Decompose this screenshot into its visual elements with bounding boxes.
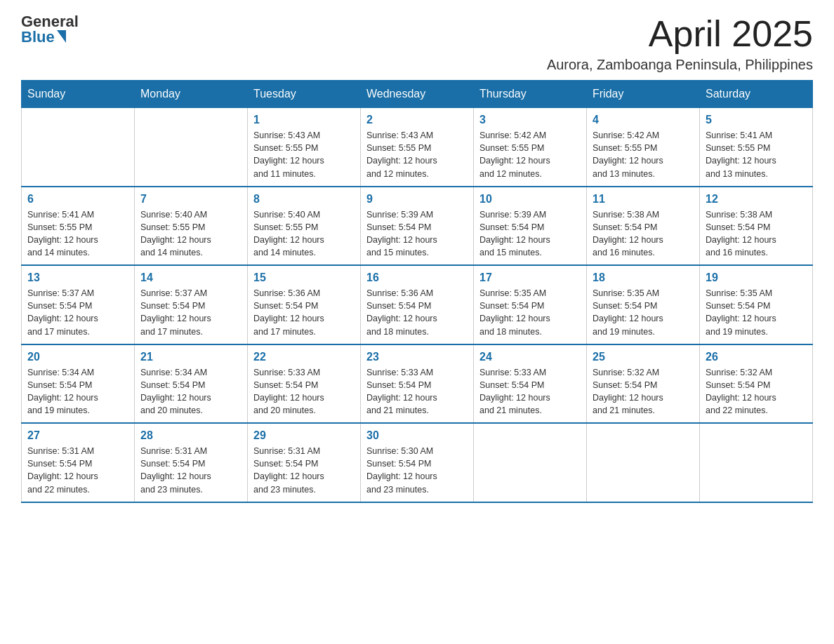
calendar-cell: 4Sunrise: 5:42 AMSunset: 5:55 PMDaylight… bbox=[587, 108, 700, 187]
calendar-cell bbox=[135, 108, 248, 187]
calendar-cell: 21Sunrise: 5:34 AMSunset: 5:54 PMDayligh… bbox=[135, 344, 248, 424]
calendar-cell: 12Sunrise: 5:38 AMSunset: 5:54 PMDayligh… bbox=[700, 187, 813, 266]
logo-blue: Blue bbox=[21, 29, 55, 45]
logo-triangle-icon bbox=[57, 30, 66, 43]
day-info: Sunrise: 5:35 AMSunset: 5:54 PMDaylight:… bbox=[593, 287, 694, 338]
day-info: Sunrise: 5:40 AMSunset: 5:55 PMDaylight:… bbox=[140, 208, 241, 260]
day-info: Sunrise: 5:41 AMSunset: 5:55 PMDaylight:… bbox=[27, 208, 128, 260]
day-info: Sunrise: 5:43 AMSunset: 5:55 PMDaylight:… bbox=[366, 129, 468, 180]
calendar-header-monday: Monday bbox=[135, 81, 248, 108]
day-info: Sunrise: 5:34 AMSunset: 5:54 PMDaylight:… bbox=[140, 366, 241, 417]
day-number: 1 bbox=[253, 114, 355, 126]
calendar-cell bbox=[587, 423, 700, 502]
logo: General Blue bbox=[21, 14, 79, 45]
day-number: 14 bbox=[140, 271, 241, 284]
day-info: Sunrise: 5:35 AMSunset: 5:54 PMDaylight:… bbox=[706, 287, 807, 338]
calendar-cell: 1Sunrise: 5:43 AMSunset: 5:55 PMDaylight… bbox=[248, 108, 361, 187]
title-section: April 2025 Aurora, Zamboanga Peninsula, … bbox=[547, 14, 813, 73]
day-number: 18 bbox=[593, 271, 694, 284]
day-number: 10 bbox=[479, 193, 581, 206]
day-info: Sunrise: 5:36 AMSunset: 5:54 PMDaylight:… bbox=[366, 287, 468, 338]
day-number: 19 bbox=[706, 271, 807, 284]
calendar-cell bbox=[474, 423, 587, 502]
calendar-header-thursday: Thursday bbox=[474, 81, 587, 108]
calendar-week-row: 1Sunrise: 5:43 AMSunset: 5:55 PMDaylight… bbox=[22, 108, 813, 187]
day-info: Sunrise: 5:36 AMSunset: 5:54 PMDaylight:… bbox=[253, 287, 355, 338]
calendar-header-wednesday: Wednesday bbox=[361, 81, 474, 108]
calendar-week-row: 27Sunrise: 5:31 AMSunset: 5:54 PMDayligh… bbox=[22, 423, 813, 502]
day-info: Sunrise: 5:31 AMSunset: 5:54 PMDaylight:… bbox=[253, 445, 355, 496]
day-info: Sunrise: 5:34 AMSunset: 5:54 PMDaylight:… bbox=[27, 366, 128, 417]
day-info: Sunrise: 5:31 AMSunset: 5:54 PMDaylight:… bbox=[140, 445, 241, 496]
day-number: 21 bbox=[140, 351, 241, 363]
calendar-cell: 24Sunrise: 5:33 AMSunset: 5:54 PMDayligh… bbox=[474, 344, 587, 424]
calendar-cell: 10Sunrise: 5:39 AMSunset: 5:54 PMDayligh… bbox=[474, 187, 587, 266]
calendar-cell: 15Sunrise: 5:36 AMSunset: 5:54 PMDayligh… bbox=[248, 265, 361, 344]
calendar-cell: 26Sunrise: 5:32 AMSunset: 5:54 PMDayligh… bbox=[700, 344, 813, 424]
calendar-header-sunday: Sunday bbox=[22, 81, 135, 108]
day-number: 3 bbox=[479, 114, 581, 126]
day-number: 28 bbox=[140, 429, 241, 442]
calendar-header-saturday: Saturday bbox=[700, 81, 813, 108]
day-number: 16 bbox=[366, 271, 468, 284]
calendar-cell: 28Sunrise: 5:31 AMSunset: 5:54 PMDayligh… bbox=[135, 423, 248, 502]
month-year-title: April 2025 bbox=[547, 14, 813, 54]
calendar-week-row: 20Sunrise: 5:34 AMSunset: 5:54 PMDayligh… bbox=[22, 344, 813, 424]
calendar-cell: 20Sunrise: 5:34 AMSunset: 5:54 PMDayligh… bbox=[22, 344, 135, 424]
day-number: 23 bbox=[366, 351, 468, 363]
day-number: 5 bbox=[706, 114, 807, 126]
calendar-cell: 3Sunrise: 5:42 AMSunset: 5:55 PMDaylight… bbox=[474, 108, 587, 187]
calendar-cell: 18Sunrise: 5:35 AMSunset: 5:54 PMDayligh… bbox=[587, 265, 700, 344]
day-info: Sunrise: 5:41 AMSunset: 5:55 PMDaylight:… bbox=[706, 129, 807, 180]
day-info: Sunrise: 5:43 AMSunset: 5:55 PMDaylight:… bbox=[253, 129, 355, 180]
location-subtitle: Aurora, Zamboanga Peninsula, Philippines bbox=[547, 57, 813, 73]
day-info: Sunrise: 5:40 AMSunset: 5:55 PMDaylight:… bbox=[253, 208, 355, 260]
day-info: Sunrise: 5:33 AMSunset: 5:54 PMDaylight:… bbox=[366, 366, 468, 417]
day-number: 2 bbox=[366, 114, 468, 126]
calendar-week-row: 6Sunrise: 5:41 AMSunset: 5:55 PMDaylight… bbox=[22, 187, 813, 266]
day-info: Sunrise: 5:33 AMSunset: 5:54 PMDaylight:… bbox=[479, 366, 581, 417]
day-number: 17 bbox=[479, 271, 581, 284]
calendar-table: SundayMondayTuesdayWednesdayThursdayFrid… bbox=[21, 80, 813, 503]
day-number: 30 bbox=[366, 429, 468, 442]
calendar-cell: 13Sunrise: 5:37 AMSunset: 5:54 PMDayligh… bbox=[22, 265, 135, 344]
calendar-cell: 8Sunrise: 5:40 AMSunset: 5:55 PMDaylight… bbox=[248, 187, 361, 266]
day-number: 27 bbox=[27, 429, 128, 442]
page-header: General Blue April 2025 Aurora, Zamboang… bbox=[21, 14, 813, 73]
day-number: 24 bbox=[479, 351, 581, 363]
day-info: Sunrise: 5:39 AMSunset: 5:54 PMDaylight:… bbox=[479, 208, 581, 260]
day-number: 13 bbox=[27, 271, 128, 284]
day-number: 15 bbox=[253, 271, 355, 284]
day-number: 25 bbox=[593, 351, 694, 363]
day-info: Sunrise: 5:37 AMSunset: 5:54 PMDaylight:… bbox=[27, 287, 128, 338]
day-number: 22 bbox=[253, 351, 355, 363]
calendar-cell: 27Sunrise: 5:31 AMSunset: 5:54 PMDayligh… bbox=[22, 423, 135, 502]
calendar-cell: 19Sunrise: 5:35 AMSunset: 5:54 PMDayligh… bbox=[700, 265, 813, 344]
calendar-cell: 16Sunrise: 5:36 AMSunset: 5:54 PMDayligh… bbox=[361, 265, 474, 344]
calendar-cell: 6Sunrise: 5:41 AMSunset: 5:55 PMDaylight… bbox=[22, 187, 135, 266]
day-number: 26 bbox=[706, 351, 807, 363]
day-info: Sunrise: 5:38 AMSunset: 5:54 PMDaylight:… bbox=[593, 208, 694, 260]
day-number: 29 bbox=[253, 429, 355, 442]
day-number: 7 bbox=[140, 193, 241, 206]
calendar-cell: 25Sunrise: 5:32 AMSunset: 5:54 PMDayligh… bbox=[587, 344, 700, 424]
calendar-cell: 11Sunrise: 5:38 AMSunset: 5:54 PMDayligh… bbox=[587, 187, 700, 266]
calendar-cell: 23Sunrise: 5:33 AMSunset: 5:54 PMDayligh… bbox=[361, 344, 474, 424]
day-number: 11 bbox=[593, 193, 694, 206]
day-number: 9 bbox=[366, 193, 468, 206]
calendar-cell: 17Sunrise: 5:35 AMSunset: 5:54 PMDayligh… bbox=[474, 265, 587, 344]
day-info: Sunrise: 5:42 AMSunset: 5:55 PMDaylight:… bbox=[479, 129, 581, 180]
calendar-cell: 30Sunrise: 5:30 AMSunset: 5:54 PMDayligh… bbox=[361, 423, 474, 502]
day-info: Sunrise: 5:38 AMSunset: 5:54 PMDaylight:… bbox=[706, 208, 807, 260]
day-info: Sunrise: 5:32 AMSunset: 5:54 PMDaylight:… bbox=[593, 366, 694, 417]
calendar-cell: 2Sunrise: 5:43 AMSunset: 5:55 PMDaylight… bbox=[361, 108, 474, 187]
calendar-header-row: SundayMondayTuesdayWednesdayThursdayFrid… bbox=[22, 81, 813, 108]
calendar-cell: 7Sunrise: 5:40 AMSunset: 5:55 PMDaylight… bbox=[135, 187, 248, 266]
calendar-cell bbox=[700, 423, 813, 502]
calendar-cell: 29Sunrise: 5:31 AMSunset: 5:54 PMDayligh… bbox=[248, 423, 361, 502]
day-info: Sunrise: 5:32 AMSunset: 5:54 PMDaylight:… bbox=[706, 366, 807, 417]
day-info: Sunrise: 5:42 AMSunset: 5:55 PMDaylight:… bbox=[593, 129, 694, 180]
day-number: 20 bbox=[27, 351, 128, 363]
calendar-cell: 14Sunrise: 5:37 AMSunset: 5:54 PMDayligh… bbox=[135, 265, 248, 344]
calendar-cell: 22Sunrise: 5:33 AMSunset: 5:54 PMDayligh… bbox=[248, 344, 361, 424]
